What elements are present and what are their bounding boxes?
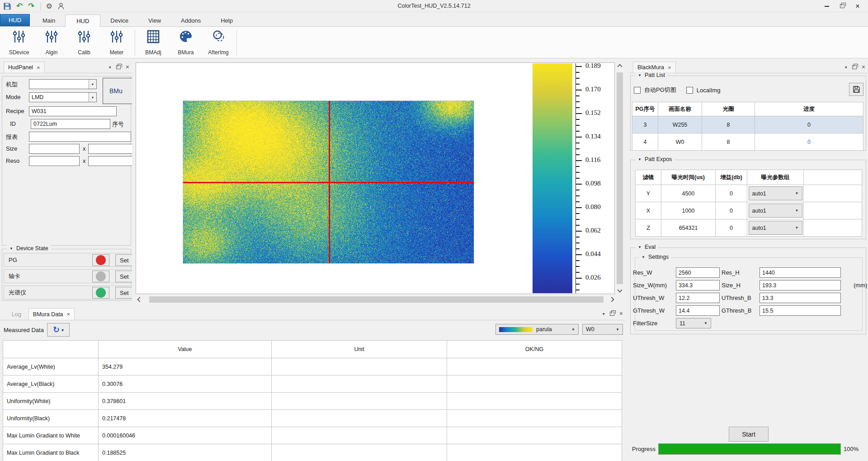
panel-menu-icon[interactable]: ▾ [109,65,111,70]
localimg-checkbox[interactable] [686,87,693,94]
cell-gain[interactable]: 0 [716,202,747,219]
file-button[interactable]: HUD [0,14,30,26]
machine-combo[interactable]: ▼ [29,79,97,89]
redo-icon[interactable]: ↷ [28,2,34,10]
scroll-right-arrow[interactable] [609,295,615,304]
blackmura-tab[interactable]: BlackMura × [633,62,676,73]
horizontal-scrollbar[interactable] [136,295,616,304]
close-panel-icon[interactable]: × [862,64,865,70]
report-input[interactable] [29,132,131,142]
float-panel-icon[interactable] [610,312,614,316]
scroll-left-arrow[interactable] [137,295,143,304]
scrollbar-thumb[interactable] [617,72,623,284]
bmura-data-tab[interactable]: BMura Data × [28,308,75,320]
collapse-icon[interactable]: ▼ [642,255,645,259]
tab-device[interactable]: Device [100,14,138,27]
pattern-combo[interactable]: W0 ▼ [582,324,623,335]
scrollbar-thumb[interactable] [149,296,604,303]
exposure-group-combo[interactable]: auto1▼ [749,186,802,200]
collapse-icon[interactable]: ▼ [9,247,13,251]
patt-expos-row[interactable]: Z 654321 0 auto1▼ [636,219,862,237]
table-row[interactable]: Max Lumin Gradiant to Black 0.188525 [3,444,622,461]
cell-exposure-time[interactable]: 4500 [661,185,716,202]
panel-menu-icon[interactable]: ▾ [845,65,847,70]
minimize-button[interactable] [819,0,835,12]
table-row[interactable]: Max Lumin Gradiant to White 0.000160046 [3,427,622,444]
close-button[interactable]: × [850,0,865,12]
cell-gain[interactable]: 0 [716,219,747,237]
tab-hud[interactable]: HUD [65,14,100,28]
gear-icon[interactable]: ⚙ [46,3,52,10]
recipe-input[interactable]: W031 [29,106,117,116]
size-h-mm-input[interactable]: 193.3 [760,280,841,290]
gthresh-b-input[interactable]: 15.5 [760,305,841,316]
refresh-button[interactable]: ↻ ▾ [47,323,70,337]
tab-help[interactable]: Help [211,14,243,27]
gthresh-w-input[interactable]: 14.4 [676,305,720,316]
restore-button[interactable] [835,0,850,12]
set-button[interactable]: Set [115,254,132,266]
filtersize-combo[interactable]: 11 ▼ [676,318,711,328]
uthresh-w-input[interactable]: 12.2 [676,293,720,303]
status-indicator-button[interactable] [92,254,109,266]
chevron-down-icon[interactable]: ▼ [89,80,96,89]
close-tab-icon[interactable]: × [668,65,671,71]
collapse-icon[interactable]: ▼ [638,157,642,162]
table-row[interactable]: Average_Lv(White) 354.279 [3,358,622,375]
patt-list-row[interactable]: 4 W0 8 0 [632,133,863,151]
exposure-group-combo[interactable]: auto1▼ [749,204,802,218]
scroll-up-arrow[interactable] [616,63,624,70]
tab-main[interactable]: Main [33,14,65,27]
close-panel-icon[interactable]: × [619,310,623,317]
sdevice-button[interactable]: SDevice [3,28,35,58]
patt-list-row[interactable]: 3 W255 8 0 [632,116,863,133]
save-pattlist-button[interactable] [849,83,863,96]
bmadj-button[interactable]: BMAdj [137,28,170,58]
table-row[interactable]: Uniformity(White) 0.378601 [3,393,622,410]
chevron-down-icon[interactable]: ▼ [89,93,96,102]
close-tab-icon[interactable]: × [37,65,40,71]
res-w-input[interactable]: 2560 [676,267,720,278]
close-tab-icon[interactable]: × [67,311,71,317]
heatmap-image[interactable] [183,100,474,264]
patt-expos-row[interactable]: X 1000 0 auto1▼ [636,202,862,219]
table-row[interactable]: Average_Lv(Black) 0.30076 [3,375,622,393]
panel-menu-icon[interactable]: ▾ [603,311,605,316]
id-input[interactable]: 0722Lum [31,119,110,129]
res-h-input[interactable]: 1440 [760,267,841,278]
save-icon[interactable] [4,3,11,10]
size-h-input[interactable] [88,144,132,154]
algin-button[interactable]: Algin [35,28,68,58]
exposure-group-combo[interactable]: auto1▼ [749,221,802,235]
table-row[interactable]: Uniformity(Black) 0.217478 [3,410,622,427]
set-button[interactable]: Set [115,271,132,282]
tab-view[interactable]: View [138,14,171,27]
auto-pg-checkbox[interactable] [634,87,641,94]
hudpanel-tab[interactable]: HudPanel × [4,62,45,73]
collapse-icon[interactable]: ▼ [638,245,642,249]
colormap-combo[interactable]: parula ▼ [495,324,579,335]
calib-button[interactable]: Calib [68,28,100,58]
uthresh-b-input[interactable]: 13.3 [760,293,841,303]
size-w-mm-input[interactable]: 334.3 [676,280,720,290]
undo-icon[interactable]: ↶ [16,2,23,10]
reso-w-input[interactable] [29,156,80,166]
collapse-icon[interactable]: ▼ [638,73,642,77]
afterimg-button[interactable]: AfterImg [202,28,235,58]
vertical-scrollbar[interactable] [616,62,624,294]
cell-exposure-time[interactable]: 654321 [661,219,716,237]
bmura-button[interactable]: BMura [170,28,202,58]
float-panel-icon[interactable] [116,65,121,69]
set-button[interactable]: Set [115,287,132,299]
cell-gain[interactable]: 0 [716,185,747,202]
user-icon[interactable] [58,3,64,10]
cell-exposure-time[interactable]: 1000 [661,202,716,219]
close-panel-icon[interactable]: × [126,64,129,70]
start-button[interactable]: Start [729,427,769,442]
meter-button[interactable]: Meter [100,28,133,58]
reso-h-input[interactable] [88,156,132,166]
bmu-button[interactable]: BMu [103,78,132,104]
tab-addons[interactable]: Addons [171,14,211,27]
patt-expos-row[interactable]: Y 4500 0 auto1▼ [636,185,862,202]
size-w-input[interactable] [29,144,80,154]
